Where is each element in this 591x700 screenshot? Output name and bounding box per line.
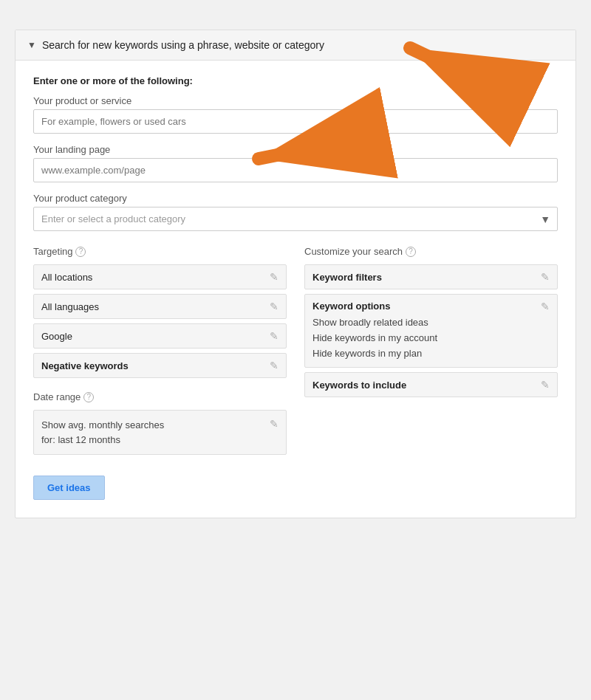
targeting-all-locations[interactable]: All locations ✎	[33, 264, 287, 289]
keyword-options-title: Keyword options	[312, 301, 390, 312]
all-locations-label: All locations	[41, 272, 92, 283]
get-ideas-button[interactable]: Get ideas	[33, 476, 105, 500]
targeting-help-icon[interactable]: ?	[75, 247, 86, 257]
date-range-box[interactable]: Show avg. monthly searches for: last 12 …	[33, 410, 287, 455]
keyword-options-header: Keyword options ✎	[312, 301, 550, 312]
customize-label: Customize your search	[304, 246, 403, 257]
keyword-options-sub-items: Show broadly related ideas Hide keywords…	[312, 315, 550, 361]
form-intro-label: Enter one or more of the following:	[33, 75, 558, 86]
date-range-text: Show avg. monthly searches for: last 12 …	[41, 418, 164, 447]
edit-languages-icon[interactable]: ✎	[270, 301, 279, 312]
edit-keyword-filters-icon[interactable]: ✎	[541, 271, 550, 283]
hide-keywords-plan: Hide keywords in my plan	[312, 346, 550, 362]
landing-field-group: Your landing page	[33, 144, 558, 182]
category-label: Your product category	[33, 193, 558, 204]
product-label: Your product or service	[33, 95, 558, 106]
product-input[interactable]	[33, 109, 558, 134]
targeting-all-languages[interactable]: All languages ✎	[33, 294, 287, 319]
left-column: Targeting ? All locations ✎ All language…	[33, 246, 287, 455]
show-broadly-related: Show broadly related ideas	[312, 315, 550, 331]
keywords-to-include-label: Keywords to include	[312, 380, 406, 391]
targeting-negative-keywords[interactable]: Negative keywords ✎	[33, 353, 287, 378]
date-range-help-icon[interactable]: ?	[83, 392, 94, 402]
hide-keywords-account: Hide keywords in my account	[312, 331, 550, 346]
keyword-filters-label: Keyword filters	[312, 272, 382, 283]
two-col-layout: Targeting ? All locations ✎ All language…	[33, 246, 558, 455]
edit-keywords-to-include-icon[interactable]: ✎	[541, 379, 550, 391]
customize-section-title: Customize your search ?	[304, 246, 558, 257]
edit-locations-icon[interactable]: ✎	[270, 271, 279, 283]
section-title: Search for new keywords using a phrase, …	[42, 39, 324, 51]
negative-keywords-label: Negative keywords	[41, 360, 129, 371]
date-range-section: Date range ? Show avg. monthly searches …	[33, 391, 287, 455]
collapse-icon: ▼	[27, 40, 36, 50]
keyword-options-block[interactable]: Keyword options ✎ Show broadly related i…	[304, 294, 558, 368]
right-column: Customize your search ? Keyword filters …	[304, 246, 558, 455]
customize-help-icon[interactable]: ?	[406, 247, 416, 257]
get-ideas-wrapper: Get ideas	[33, 455, 105, 500]
keyword-filters-row[interactable]: Keyword filters ✎	[304, 264, 558, 289]
edit-date-range-icon[interactable]: ✎	[270, 418, 279, 430]
google-label: Google	[41, 331, 72, 342]
targeting-google[interactable]: Google ✎	[33, 323, 287, 349]
category-select-wrapper: Enter or select a product category ▼	[33, 207, 558, 231]
date-range-line1: Show avg. monthly searches	[41, 419, 164, 430]
edit-negative-keywords-icon[interactable]: ✎	[270, 360, 279, 371]
targeting-section-title: Targeting ?	[33, 246, 287, 257]
landing-label: Your landing page	[33, 144, 558, 155]
date-range-line2: for: last 12 months	[41, 434, 120, 445]
targeting-label: Targeting	[33, 246, 72, 257]
category-select[interactable]: Enter or select a product category	[33, 207, 558, 231]
date-range-label: Date range	[33, 391, 81, 402]
landing-input[interactable]	[33, 158, 558, 182]
all-languages-label: All languages	[41, 301, 99, 312]
category-field-group: Your product category Enter or select a …	[33, 193, 558, 231]
product-field-group: Your product or service	[33, 95, 558, 134]
edit-keyword-options-icon[interactable]: ✎	[541, 301, 550, 312]
date-range-title: Date range ?	[33, 391, 287, 402]
section-header[interactable]: ▼ Search for new keywords using a phrase…	[16, 30, 575, 61]
section-body: Enter one or more of the following: Your…	[16, 61, 575, 518]
edit-google-icon[interactable]: ✎	[270, 330, 279, 342]
keywords-to-include-row[interactable]: Keywords to include ✎	[304, 372, 558, 397]
